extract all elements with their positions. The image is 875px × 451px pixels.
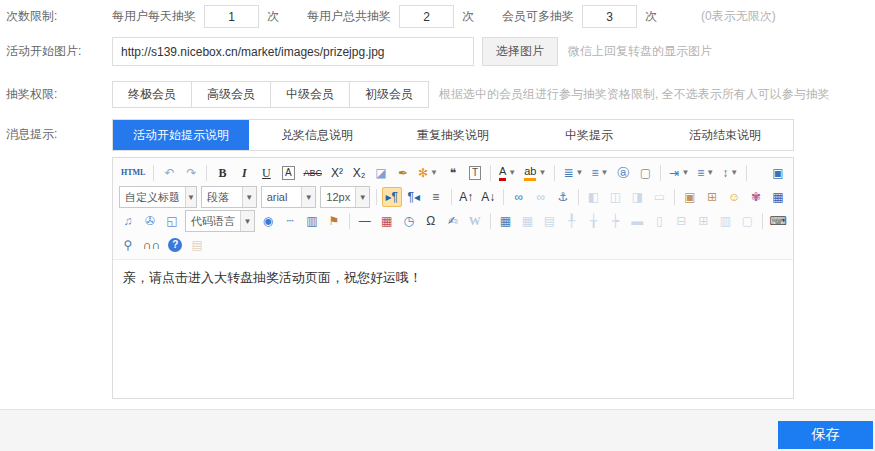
rtl-icon[interactable]: ¶◂ (404, 187, 424, 207)
image-icon[interactable]: ▣ (680, 187, 700, 207)
font-color-icon[interactable]: A▼ (496, 163, 519, 183)
emoticon-icon[interactable]: ☺ (724, 187, 744, 207)
paragraph-icon[interactable]: ≡ (426, 187, 446, 207)
signature-icon[interactable]: ✍ (443, 211, 463, 231)
chevron-down-icon: ▼ (706, 169, 714, 177)
code-language-select[interactable]: 代码语言▼ (185, 210, 255, 232)
member-level-button[interactable]: 终极会员 (112, 81, 192, 108)
inline-style-icon[interactable]: A (278, 163, 298, 183)
font-family-select[interactable]: arial▼ (261, 186, 317, 208)
image-left-icon: ◧ (583, 187, 603, 207)
editor-content[interactable]: 亲，请点击进入大转盘抽奖活动页面，祝您好运哦！ (113, 260, 793, 398)
print-icon[interactable]: ⌨ (768, 211, 788, 231)
map-icon[interactable]: ⚑ (324, 211, 344, 231)
member-level-button[interactable]: 中级会员 (270, 81, 350, 108)
count-field-unit: 次 (267, 8, 279, 25)
custom-title-select[interactable]: 自定义标题▼ (119, 186, 197, 208)
underline-icon[interactable]: U (256, 163, 276, 183)
highlight-color-icon[interactable]: ab▼ (521, 163, 549, 183)
anchor-name-icon[interactable]: ⓐ (613, 163, 633, 183)
bold-icon[interactable]: B (212, 163, 232, 183)
footer-bar: 保存 (0, 409, 875, 451)
pick-image-button[interactable]: 选择图片 (482, 37, 558, 66)
chevron-down-icon: ▼ (430, 169, 438, 177)
rich-media-icon[interactable]: ◱ (162, 211, 182, 231)
columns-icon[interactable]: ▥ (302, 211, 322, 231)
undo-icon[interactable]: ↶ (159, 163, 179, 183)
unordered-list-icon[interactable]: ≡▼ (588, 163, 611, 183)
toolbar-separator (490, 213, 491, 229)
start-image-url-input[interactable] (112, 37, 474, 66)
remove-format-icon[interactable]: ◪ (371, 163, 391, 183)
paste-text-icon[interactable]: T (465, 163, 485, 183)
chevron-down-icon: ▼ (242, 187, 256, 207)
font-size-up-icon[interactable]: A↑ (456, 187, 476, 207)
message-tab[interactable]: 重复抽奖说明 (385, 120, 521, 150)
image-center-icon: ◫ (605, 187, 625, 207)
count-group: 每用户总共抽奖次 (307, 5, 474, 28)
fullscreen-icon[interactable]: ▣ (768, 163, 788, 183)
line-height-icon[interactable]: ↕▼ (719, 163, 741, 183)
message-tabs-row: 消息提示: 活动开始提示说明兑奖信息说明重复抽奖说明中奖提示活动结束说明 (0, 119, 875, 151)
toolbar-separator (206, 165, 207, 181)
anchor-icon[interactable]: ⚓ (553, 187, 573, 207)
indent-icon[interactable]: ⇥▼ (666, 163, 692, 183)
count-limit-label: 次数限制: (0, 8, 112, 25)
flash-icon[interactable]: ✾ (746, 187, 766, 207)
message-tab[interactable]: 兑奖信息说明 (249, 120, 385, 150)
strikethrough-icon[interactable]: ABC (300, 163, 325, 183)
word-import-icon: W (465, 211, 485, 231)
superscript-icon[interactable]: X² (327, 163, 347, 183)
help-icon[interactable]: ? (165, 235, 185, 255)
new-document-icon[interactable]: ▢ (635, 163, 655, 183)
attachment-icon[interactable]: ✇ (140, 211, 160, 231)
link-icon[interactable]: ∞ (509, 187, 529, 207)
message-tab[interactable]: 活动开始提示说明 (113, 120, 249, 150)
toolbar-separator (746, 165, 747, 181)
permission-hint: 根据选中的会员组进行参与抽奖资格限制, 全不选表示所有人可以参与抽奖 (439, 86, 830, 103)
toolbar-separator (153, 165, 154, 181)
start-image-label: 活动开始图片: (0, 43, 112, 60)
media-icon[interactable]: ▦ (768, 187, 788, 207)
paragraph-select[interactable]: 段落▼ (201, 186, 257, 208)
insert-code-icon[interactable]: ◉ (258, 211, 278, 231)
message-tab[interactable]: 活动结束说明 (657, 120, 793, 150)
html-source-icon[interactable]: HTML (118, 163, 148, 183)
italic-icon[interactable]: I (234, 163, 254, 183)
member-level-button[interactable]: 初级会员 (349, 81, 429, 108)
ltr-icon[interactable]: ▸¶ (382, 187, 402, 207)
hr-icon[interactable]: — (355, 211, 375, 231)
chevron-down-icon: ▼ (681, 169, 689, 177)
permission-row: 抽奖权限: 终极会员高级会员中级会员初级会员 根据选中的会员组进行参与抽奖资格限… (0, 80, 875, 108)
batch-image-icon[interactable]: ⊞ (702, 187, 722, 207)
paste-icon: ▤ (187, 235, 207, 255)
message-tab[interactable]: 中奖提示 (521, 120, 657, 150)
member-level-button[interactable]: 高级会员 (191, 81, 271, 108)
music-icon[interactable]: ♫ (118, 211, 138, 231)
special-char-icon[interactable]: Ω (421, 211, 441, 231)
count-input-3[interactable] (582, 5, 637, 28)
find-replace-icon[interactable]: ∩∩ (140, 235, 163, 255)
toolbar-separator (451, 189, 452, 205)
toolbar-row: ⚲∩∩?▤ (117, 233, 789, 257)
ordered-list-icon[interactable]: ≣▼ (560, 163, 586, 183)
page-break-icon[interactable]: ┄ (280, 211, 300, 231)
toolbar-separator (490, 165, 491, 181)
save-button[interactable]: 保存 (778, 421, 873, 449)
preview-icon[interactable]: ⚲ (118, 235, 138, 255)
clock-icon[interactable]: ◷ (399, 211, 419, 231)
paragraph-align-icon[interactable]: ≡▼ (694, 163, 717, 183)
table-icon[interactable]: ▦ (495, 211, 515, 231)
subscript-icon[interactable]: X₂ (349, 163, 369, 183)
blockquote-icon[interactable]: ❝ (443, 163, 463, 183)
redo-icon[interactable]: ↷ (181, 163, 201, 183)
quick-format-icon[interactable]: ✻▼ (415, 163, 441, 183)
font-size-down-icon[interactable]: A↓ (478, 187, 498, 207)
count-field-label: 每用户总共抽奖 (307, 8, 391, 25)
toolbar-separator (349, 213, 350, 229)
count-input-2[interactable] (399, 5, 454, 28)
font-size-select[interactable]: 12px▼ (320, 186, 370, 208)
format-brush-icon[interactable]: ✒ (393, 163, 413, 183)
calendar-icon[interactable]: ▦ (377, 211, 397, 231)
count-input-1[interactable] (204, 5, 259, 28)
